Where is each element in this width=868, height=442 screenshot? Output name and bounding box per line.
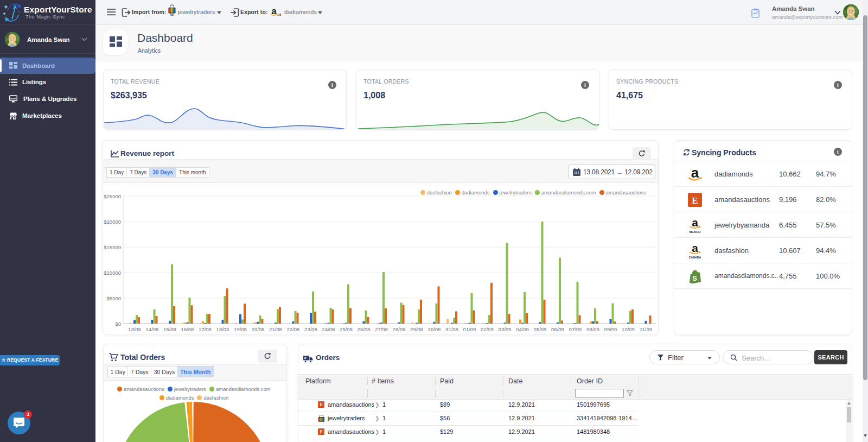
svg-text:02/09: 02/09 (481, 326, 494, 332)
svg-text:06/09: 06/09 (551, 326, 564, 332)
svg-text:$5000: $5000 (107, 295, 121, 301)
svg-text:05/09: 05/09 (534, 326, 547, 332)
svg-text:22/08: 22/08 (287, 326, 300, 332)
svg-text:E: E (320, 402, 322, 407)
svg-text:09/09: 09/09 (604, 326, 617, 332)
svg-text:03/09: 03/09 (499, 326, 512, 332)
svg-text:E: E (320, 430, 322, 434)
svg-text:16/08: 16/08 (181, 326, 194, 332)
svg-text:28/08: 28/08 (393, 326, 406, 332)
svg-text:31/08: 31/08 (445, 326, 458, 332)
svg-text:a: a (692, 242, 698, 254)
svg-text:$25000: $25000 (104, 193, 121, 199)
svg-text:20/08: 20/08 (252, 326, 265, 332)
svg-text:08/09: 08/09 (586, 326, 599, 332)
svg-text:23/08: 23/08 (304, 326, 317, 332)
svg-text:26/08: 26/08 (358, 326, 371, 332)
svg-text:25/08: 25/08 (340, 326, 353, 332)
svg-text:$20000: $20000 (104, 219, 121, 225)
svg-text:21/08: 21/08 (269, 326, 282, 332)
svg-text:01/09: 01/09 (463, 326, 476, 332)
svg-text:$10000: $10000 (104, 270, 121, 276)
svg-text:a: a (691, 166, 699, 181)
svg-text:15/08: 15/08 (163, 326, 176, 332)
svg-text:17/08: 17/08 (199, 326, 212, 332)
svg-text:US: US (170, 14, 174, 16)
svg-text:CANADA: CANADA (689, 255, 701, 258)
svg-text:E: E (692, 195, 698, 205)
svg-text:$15000: $15000 (104, 244, 121, 250)
svg-text:04/09: 04/09 (516, 326, 529, 332)
svg-text:14/08: 14/08 (146, 326, 159, 332)
svg-text:19/08: 19/08 (234, 326, 247, 332)
svg-text:11/09: 11/09 (640, 326, 652, 332)
svg-text:27/08: 27/08 (375, 326, 388, 332)
svg-text:MEXICO: MEXICO (690, 230, 700, 233)
svg-text:29/08: 29/08 (410, 326, 423, 332)
svg-text:S: S (692, 274, 697, 282)
svg-text:13/08: 13/08 (128, 326, 141, 332)
svg-text:24/08: 24/08 (322, 326, 335, 332)
svg-text:30/08: 30/08 (428, 326, 441, 332)
svg-text:18/08: 18/08 (216, 326, 229, 332)
svg-text:10/09: 10/09 (622, 326, 635, 332)
svg-text:$0: $0 (115, 321, 121, 327)
svg-text:a: a (692, 217, 698, 229)
svg-text:07/09: 07/09 (569, 326, 582, 332)
svg-text:.US: .US (277, 13, 281, 16)
